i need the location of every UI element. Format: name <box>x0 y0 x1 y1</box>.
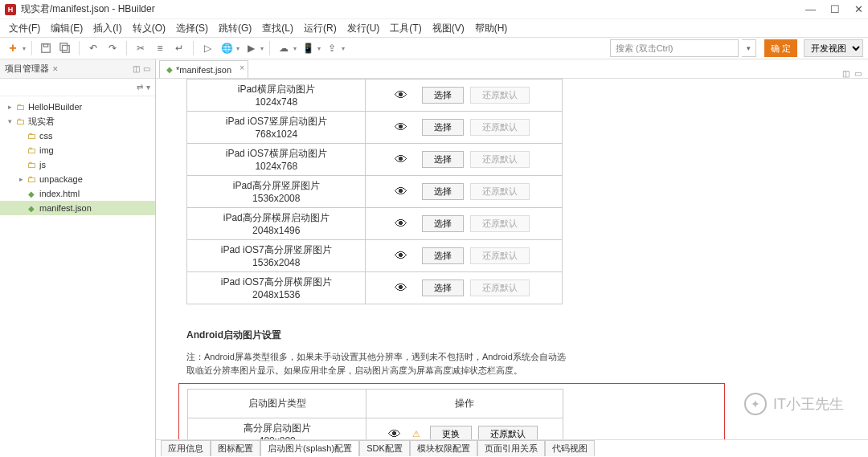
splash-ops-cell: 👁选择还原默认 <box>366 208 563 240</box>
project-panel-header: 项目管理器 ✕ ◫ ▭ <box>0 59 155 79</box>
link-editor-icon[interactable]: ⇄ <box>137 83 143 92</box>
menu-item[interactable]: 查找(L) <box>258 20 297 37</box>
table-header: 启动图片类型 <box>188 390 366 418</box>
cloud-button[interactable]: ☁ <box>276 40 292 56</box>
select-button[interactable]: 选择 <box>422 183 464 200</box>
eye-icon[interactable]: 👁 <box>395 88 407 103</box>
splash-type-cell: iPad高分屏竖屏图片1536x2008 <box>187 176 366 208</box>
save-all-button[interactable] <box>57 40 73 56</box>
splash-type-cell: iPad高分屏横屏启动图片2048x1496 <box>187 208 366 240</box>
select-button[interactable]: 选择 <box>422 87 464 104</box>
splash-type-cell: iPad iOS7高分屏竖屏图片1536x2048 <box>187 240 366 272</box>
bottom-tab[interactable]: 图标配置 <box>211 440 260 456</box>
select-button[interactable]: 选择 <box>422 119 464 136</box>
menu-item[interactable]: 跳转(G) <box>215 20 256 37</box>
search-input[interactable]: 搜索 (双击Ctrl) <box>610 39 739 57</box>
tree-item[interactable]: 🗀js <box>0 157 155 172</box>
maximize-button[interactable]: ☐ <box>830 3 840 15</box>
eye-icon[interactable]: 👁 <box>395 153 407 167</box>
svg-rect-1 <box>43 44 47 47</box>
menu-item[interactable]: 选择(S) <box>172 20 212 37</box>
bottom-tab[interactable]: 代码视图 <box>545 440 595 456</box>
close-tab-icon[interactable]: × <box>240 63 244 72</box>
cut-button[interactable]: ✂ <box>133 40 149 56</box>
table-header: 操作 <box>366 390 563 418</box>
restore-button[interactable]: 还原默认 <box>478 426 538 439</box>
minimize-button[interactable]: — <box>805 3 816 15</box>
publish-button[interactable]: ⇪ <box>324 40 340 56</box>
menu-item[interactable]: 编辑(E) <box>47 20 87 37</box>
eye-icon[interactable]: 👁 <box>395 249 407 263</box>
select-button[interactable]: 选择 <box>422 215 464 232</box>
eye-icon[interactable]: 👁 <box>395 281 407 296</box>
eye-icon[interactable]: 👁 <box>395 185 407 199</box>
android-section-note: 注：Android屏幕类型很多，如果未手动设置其他分辨率，遇到未不包括时，And… <box>186 350 572 377</box>
undo-button[interactable]: ↶ <box>85 40 101 56</box>
app-icon: H <box>5 4 16 15</box>
save-button[interactable] <box>38 40 54 56</box>
svg-rect-0 <box>42 44 51 53</box>
splash-type-cell: iPad iOS7横屏启动图片1024x768 <box>187 144 366 176</box>
watermark: ✦ IT小王先生 <box>744 393 844 415</box>
wrap-button[interactable]: ↵ <box>171 40 187 56</box>
editor-min-icon[interactable]: ▭ <box>854 69 862 78</box>
browser-button[interactable]: 🌐 <box>219 40 235 56</box>
format-button[interactable]: ≡ <box>152 40 168 56</box>
run2-button[interactable]: ▶ <box>243 40 259 56</box>
bottom-tab[interactable]: SDK配置 <box>359 440 410 456</box>
menu-item[interactable]: 发行(U) <box>343 20 384 37</box>
bottom-tab[interactable]: 页面引用关系 <box>477 440 545 456</box>
bottom-tab[interactable]: 模块权限配置 <box>410 440 477 456</box>
panel-min-icon[interactable]: ▭ <box>143 64 150 73</box>
view-select[interactable]: 开发视图 <box>804 39 863 57</box>
tree-item[interactable]: ◆index.html <box>0 186 155 201</box>
editor-content[interactable]: iPad横屏启动图片1024x748👁选择还原默认iPad iOS7竖屏启动图片… <box>164 79 860 439</box>
bottom-tab[interactable]: 启动图片(splash)配置 <box>260 440 359 456</box>
tree-item[interactable]: ▾🗀现实君 <box>0 114 155 129</box>
run-button[interactable]: ▷ <box>199 40 215 56</box>
panel-collapse-icon[interactable]: ◫ <box>133 64 140 73</box>
splash-ops-cell: 👁选择还原默认 <box>366 144 563 176</box>
redo-button[interactable]: ↷ <box>104 40 121 56</box>
eye-icon[interactable]: 👁 <box>395 217 407 231</box>
svg-rect-3 <box>63 46 70 53</box>
manifest-bottom-tabs: 应用信息图标配置启动图片(splash)配置SDK配置模块权限配置页面引用关系代… <box>156 439 868 457</box>
new-button[interactable]: + <box>5 40 21 56</box>
window-title: 现实君/manifest.json - HBuilder <box>21 2 155 16</box>
select-button[interactable]: 选择 <box>422 247 464 264</box>
editor-maximize-icon[interactable]: ◫ <box>842 69 850 78</box>
tree-item[interactable]: ▸🗀HelloHBuilder <box>0 100 155 114</box>
splash-type-cell: iPad iOS7高分屏横屏图片2048x1536 <box>187 272 366 304</box>
splash-type-cell: 高分屏启动图片480x800 <box>188 418 366 440</box>
menu-item[interactable]: 帮助(H) <box>471 20 512 37</box>
android-section-title: Android启动图片设置 <box>186 328 860 342</box>
menu-item[interactable]: 视图(V) <box>428 20 469 37</box>
tree-item[interactable]: 🗀css <box>0 129 155 143</box>
search-go-button[interactable]: ▾ <box>742 39 756 57</box>
restore-button: 还原默认 <box>470 87 530 104</box>
select-button[interactable]: 选择 <box>422 280 464 296</box>
confirm-button[interactable]: 确 定 <box>764 39 797 57</box>
menu-item[interactable]: 运行(R) <box>300 20 341 37</box>
menu-item[interactable]: 文件(F) <box>5 20 44 37</box>
device-button[interactable]: 📱 <box>300 40 316 56</box>
select-button[interactable]: 选择 <box>422 151 464 168</box>
splash-ops-cell: 👁选择还原默认 <box>366 240 563 272</box>
panel-menu-icon[interactable]: ▾ <box>146 83 150 92</box>
close-button[interactable]: ✕ <box>854 3 863 15</box>
bottom-tab[interactable]: 应用信息 <box>161 440 211 456</box>
menu-item[interactable]: 工具(T) <box>386 20 425 37</box>
eye-icon[interactable]: 👁 <box>395 120 407 135</box>
ipad-splash-table: iPad横屏启动图片1024x748👁选择还原默认iPad iOS7竖屏启动图片… <box>186 79 563 304</box>
replace-button[interactable]: 更换 <box>430 426 472 439</box>
eye-icon[interactable]: 👁 <box>388 427 401 439</box>
tree-item[interactable]: ◆manifest.json <box>0 201 155 215</box>
splash-ops-cell: 👁选择还原默认 <box>366 80 563 112</box>
restore-button: 还原默认 <box>470 247 530 264</box>
tree-item[interactable]: 🗀img <box>0 143 155 157</box>
menu-item[interactable]: 插入(I) <box>89 20 125 37</box>
splash-ops-cell: 👁选择还原默认 <box>366 272 563 304</box>
tree-item[interactable]: ▸🗀unpackage <box>0 172 155 186</box>
menu-item[interactable]: 转义(O) <box>129 20 170 37</box>
editor-tab-manifest[interactable]: ◆ *manifest.json × <box>159 60 248 78</box>
